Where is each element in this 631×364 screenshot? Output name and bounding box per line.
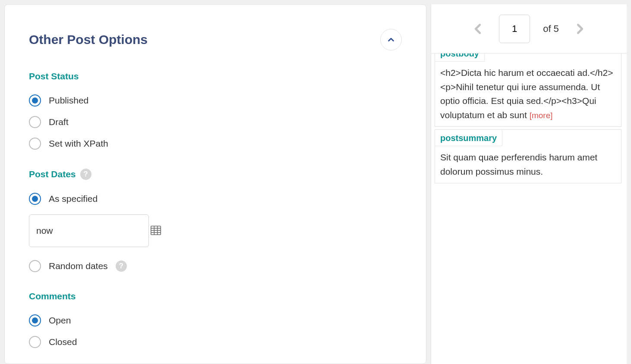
radio-icon [29, 138, 41, 150]
page-input[interactable] [499, 15, 530, 43]
calendar-icon[interactable] [149, 223, 162, 238]
radio-label: Set with XPath [49, 138, 108, 149]
radio-icon [29, 314, 41, 326]
radio-label: Published [49, 95, 88, 106]
help-icon[interactable]: ? [116, 260, 127, 272]
prev-page-button[interactable] [470, 21, 486, 37]
radio-label: Open [49, 315, 71, 326]
post-status-published[interactable]: Published [29, 94, 402, 107]
radio-label: Draft [49, 117, 69, 127]
post-dates-specified[interactable]: As specified [29, 193, 402, 205]
radio-label: As specified [49, 194, 98, 204]
comments-title: Comments [29, 291, 402, 301]
chevron-up-icon [386, 35, 396, 44]
options-panel: Other Post Options Post Status Published… [4, 4, 426, 364]
panel-header: Other Post Options [29, 29, 402, 50]
post-status-title: Post Status [29, 71, 402, 82]
help-icon[interactable]: ? [80, 169, 91, 180]
radio-label: Closed [49, 337, 77, 347]
post-status-section: Post Status Published Draft Set with XPa… [29, 71, 402, 150]
chevron-right-icon [572, 21, 588, 37]
radio-icon [29, 116, 41, 128]
postsummary-label: postsummary [435, 130, 502, 146]
date-input[interactable] [36, 226, 149, 236]
collapse-button[interactable] [380, 29, 402, 50]
postbody-text: <h2>Dicta hic harum et occaecati ad.</h2… [440, 68, 613, 120]
radio-icon [29, 336, 41, 348]
post-status-draft[interactable]: Draft [29, 116, 402, 128]
radio-icon [29, 193, 41, 205]
preview-panel: of 5 postbody <h2>Dicta hic harum et occ… [431, 4, 627, 364]
panel-title: Other Post Options [29, 32, 148, 47]
post-dates-title-text: Post Dates [29, 169, 76, 179]
pager: of 5 [431, 4, 627, 53]
date-input-wrapper [29, 214, 149, 247]
postbody-label: postbody [435, 53, 485, 62]
preview-scroll[interactable]: postbody <h2>Dicta hic harum et occaecat… [431, 53, 627, 364]
comments-section: Comments Open Closed [29, 291, 402, 348]
postsummary-content: Sit quam quae perferendis harum amet dol… [435, 146, 621, 183]
postbody-content: <h2>Dicta hic harum et occaecati ad.</h2… [435, 62, 621, 126]
postbody-box: postbody <h2>Dicta hic harum et occaecat… [435, 53, 622, 127]
pager-total: of 5 [543, 23, 559, 35]
radio-label: Random dates [49, 261, 108, 271]
post-dates-section: Post Dates ? As specified Random [29, 169, 402, 272]
radio-icon [29, 260, 41, 272]
comments-open[interactable]: Open [29, 314, 402, 326]
post-dates-random[interactable]: Random dates ? [29, 260, 402, 272]
more-link[interactable]: [more] [530, 111, 553, 120]
radio-icon [29, 94, 41, 107]
post-dates-title: Post Dates ? [29, 169, 402, 180]
chevron-left-icon [470, 21, 486, 37]
post-status-xpath[interactable]: Set with XPath [29, 138, 402, 150]
next-page-button[interactable] [572, 21, 588, 37]
comments-closed[interactable]: Closed [29, 336, 402, 348]
postsummary-box: postsummary Sit quam quae perferendis ha… [435, 129, 622, 183]
